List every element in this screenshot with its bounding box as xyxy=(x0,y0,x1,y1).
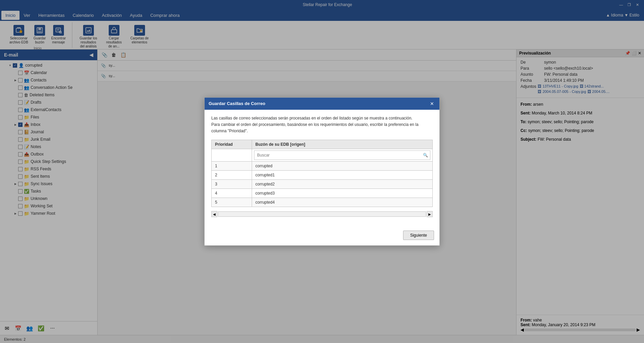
modal-close-btn[interactable]: ✕ xyxy=(429,100,435,107)
modal-overlay: Guardar Casillas de Correo ✕ Las casilla… xyxy=(0,0,644,343)
modal-row-1[interactable]: 1 corrupted xyxy=(212,162,433,171)
search-input[interactable] xyxy=(254,151,421,159)
modal-row-3[interactable]: 3 corrupted2 xyxy=(212,180,433,189)
modal-scrollbar: ◀ ▶ xyxy=(211,211,433,217)
search-priority-cell xyxy=(212,149,252,162)
modal-body: Las casillas de correo seleccionadas ser… xyxy=(205,110,439,228)
modal-footer: Siguiente xyxy=(205,228,439,245)
modal-search-row: 🔍 xyxy=(212,149,433,162)
mailbox-cell-4: corrupted3 xyxy=(252,189,433,198)
priority-cell-1: 1 xyxy=(212,162,252,171)
mailbox-cell-3: corrupted2 xyxy=(252,180,433,189)
mailbox-cell-1: corrupted xyxy=(252,162,433,171)
modal-table: Prioridad Buzón de su EDB [origen] 🔍 xyxy=(211,140,433,207)
modal-scroll-track[interactable] xyxy=(218,211,426,217)
col-priority-header: Prioridad xyxy=(212,140,252,149)
priority-cell-2: 2 xyxy=(212,171,252,180)
mailbox-cell-5: corrupted4 xyxy=(252,198,433,207)
priority-cell-5: 5 xyxy=(212,198,252,207)
modal-row-4[interactable]: 4 corrupted3 xyxy=(212,189,433,198)
scroll-arrow-left[interactable]: ◀ xyxy=(211,211,217,217)
search-icon-btn[interactable]: 🔍 xyxy=(421,151,430,160)
modal-title-bar: Guardar Casillas de Correo ✕ xyxy=(205,98,439,110)
priority-cell-4: 4 xyxy=(212,189,252,198)
search-wrapper: 🔍 xyxy=(254,150,430,160)
modal-desc-text: Las casillas de correo seleccionadas ser… xyxy=(211,116,419,133)
scroll-arrow-right[interactable]: ▶ xyxy=(427,211,433,217)
modal-title: Guardar Casillas de Correo xyxy=(209,101,265,106)
search-input-cell: 🔍 xyxy=(252,149,433,162)
modal-row-2[interactable]: 2 corrupted1 xyxy=(212,171,433,180)
col-mailbox-header: Buzón de su EDB [origen] xyxy=(252,140,433,149)
modal-table-header-row: Prioridad Buzón de su EDB [origen] xyxy=(212,140,433,149)
modal-dialog: Guardar Casillas de Correo ✕ Las casilla… xyxy=(204,97,440,246)
modal-description: Las casillas de correo seleccionadas ser… xyxy=(211,115,433,135)
modal-row-5[interactable]: 5 corrupted4 xyxy=(212,198,433,207)
priority-cell-3: 3 xyxy=(212,180,252,189)
mailbox-cell-2: corrupted1 xyxy=(252,171,433,180)
siguiente-button[interactable]: Siguiente xyxy=(403,231,434,240)
